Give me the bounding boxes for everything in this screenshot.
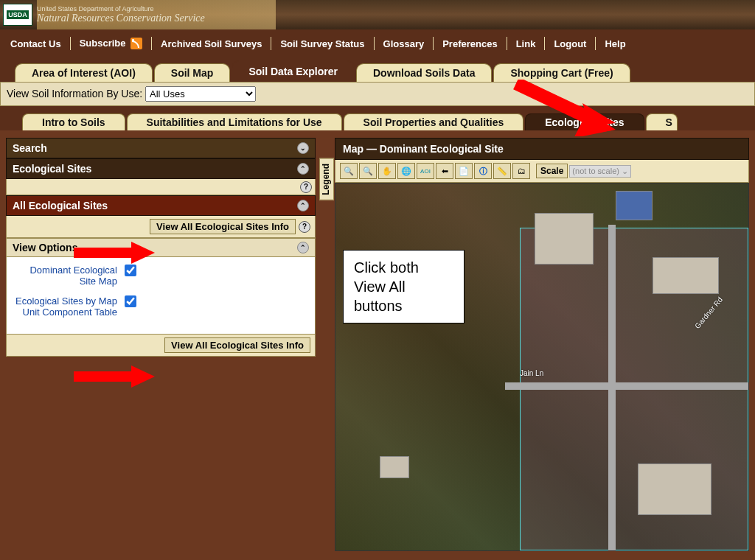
annotation-arrow-2 (74, 242, 155, 264)
header-dept: United States Department of Agriculture (37, 5, 205, 13)
opt-table-check[interactable] (125, 295, 136, 307)
subtab-cutoff[interactable]: S (646, 113, 678, 130)
street-jain: Jain Ln (520, 369, 543, 377)
usda-header: USDA United States Department of Agricul… (0, 0, 755, 29)
globe-icon[interactable]: 🌐 (397, 163, 415, 179)
panel-all-eco[interactable]: All Ecological Sites ⌃ (6, 195, 316, 216)
view-options-header[interactable]: View Options ⌃ (7, 239, 315, 257)
annotation-arrow-3 (74, 365, 155, 388)
svg-line-2 (516, 83, 594, 120)
content-area: Search ⌄ Ecological Sites ⌃ ? All Ecolog… (0, 130, 755, 560)
nav-archived[interactable]: Archived Soil Surveys (155, 37, 268, 51)
svg-rect-6 (74, 371, 133, 382)
viewby-select[interactable]: All Uses (145, 86, 256, 102)
tab-aoi[interactable]: Area of Interest (AOI) (15, 63, 153, 82)
subtab-suitabilities[interactable]: Suitabilities and Limitations for Use (127, 113, 342, 130)
scale-select[interactable]: (not to scale) ⌄ (569, 165, 631, 178)
rss-icon (131, 38, 142, 49)
nav-status[interactable]: Soil Survey Status (274, 37, 370, 51)
opt-dominant-check[interactable] (125, 265, 136, 276)
annotation-arrow-1b (512, 80, 623, 139)
svg-marker-3 (582, 108, 616, 135)
map-title: Map — Dominant Ecological Site (335, 138, 749, 160)
view-all-button-top[interactable]: View All Ecological Sites Info (150, 219, 296, 234)
svg-marker-7 (131, 365, 155, 388)
nav-link[interactable]: Link (510, 37, 542, 51)
svg-rect-4 (74, 248, 133, 258)
help-icon[interactable]: ? (300, 181, 312, 193)
sub-tabs: Intro to Soils Suitabilities and Limitat… (0, 113, 755, 130)
pan-icon[interactable]: ✋ (378, 163, 396, 179)
scale-label: Scale (536, 164, 568, 178)
legend-tab[interactable]: Legend (319, 158, 334, 200)
action-bar-top: View All Ecological Sites Info ? (6, 216, 316, 238)
tab-explorer[interactable]: Soil Data Explorer (232, 60, 355, 82)
opt-dominant-label: Dominant Ecological Site Map (14, 265, 117, 287)
panel-eco-sites[interactable]: Ecological Sites ⌃ (6, 158, 316, 179)
action-bar-bottom: View All Ecological Sites Info (6, 335, 316, 357)
subtab-intro[interactable]: Intro to Soils (22, 113, 125, 130)
zoom-in-icon[interactable]: 🔍 (340, 163, 358, 179)
layers-icon[interactable]: 🗂 (512, 163, 530, 179)
tab-soil-map[interactable]: Soil Map (154, 63, 231, 82)
nav-subscribe[interactable]: Subscribe (74, 36, 148, 52)
map-toolbar: 🔍 🔍 ✋ 🌐 AOI ⬅ 📄 ⓘ 📏 🗂 Scale (not to scal… (335, 160, 749, 183)
info-icon[interactable]: ⓘ (474, 163, 492, 179)
view-all-button-bottom[interactable]: View All Ecological Sites Info (164, 337, 310, 353)
opt-table-label: Ecological Sites by Map Unit Component T… (14, 295, 117, 318)
help-icon[interactable]: ? (299, 221, 310, 233)
panel-search[interactable]: Search ⌄ (6, 138, 316, 158)
nav-help[interactable]: Help (599, 37, 631, 51)
chevron-up-icon: ⌃ (297, 242, 309, 253)
top-nav: Contact Us Subscribe Archived Soil Surve… (0, 32, 755, 55)
nav-contact[interactable]: Contact Us (4, 37, 67, 51)
back-icon[interactable]: ⬅ (436, 163, 453, 179)
zoom-out-icon[interactable]: 🔍 (359, 163, 377, 179)
map-area[interactable]: Jain Ln Gardner Rd Click both View All b… (335, 183, 749, 551)
chevron-down-icon: ⌄ (297, 142, 309, 154)
chevron-up-icon: ⌃ (297, 200, 309, 211)
main-tabs: Area of Interest (AOI) Soil Map Soil Dat… (0, 60, 755, 82)
page-icon[interactable]: 📄 (455, 163, 473, 179)
viewby-label: View Soil Information By Use: (7, 88, 142, 99)
usda-logo: USDA (3, 4, 32, 26)
tab-download[interactable]: Download Soils Data (356, 63, 492, 82)
nav-logout[interactable]: Logout (548, 37, 592, 51)
view-options: View Options ⌃ Dominant Ecological Site … (6, 238, 316, 335)
left-panel: Search ⌄ Ecological Sites ⌃ ? All Ecolog… (6, 138, 316, 558)
view-by-use-bar: View Soil Information By Use: All Uses (0, 82, 755, 106)
annotation-note: Click both View All buttons (343, 250, 465, 323)
chevron-up-icon: ⌃ (297, 163, 309, 175)
subtab-properties[interactable]: Soil Properties and Qualities (344, 113, 524, 130)
nav-preferences[interactable]: Preferences (436, 37, 503, 51)
svg-marker-5 (131, 242, 155, 264)
nav-glossary[interactable]: Glossary (378, 37, 431, 51)
header-service: Natural Resources Conservation Service (37, 13, 205, 24)
eco-sites-sub: ? (6, 179, 316, 195)
right-panel: Legend Map — Dominant Ecological Site 🔍 … (321, 138, 749, 558)
aoi-icon[interactable]: AOI (417, 163, 434, 179)
measure-icon[interactable]: 📏 (493, 163, 511, 179)
